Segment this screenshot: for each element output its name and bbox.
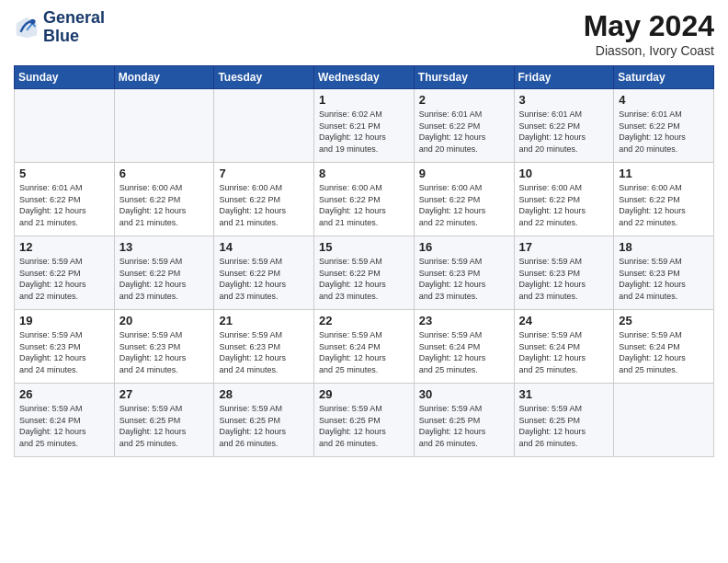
day-info: Sunrise: 5:59 AM Sunset: 6:23 PM Dayligh… <box>419 256 509 302</box>
week-row-1: 1Sunrise: 6:02 AM Sunset: 6:21 PM Daylig… <box>15 89 714 163</box>
day-number: 10 <box>519 167 609 180</box>
calendar-cell <box>614 384 714 457</box>
calendar-cell: 2Sunrise: 6:01 AM Sunset: 6:22 PM Daylig… <box>414 89 514 163</box>
calendar-cell: 28Sunrise: 5:59 AM Sunset: 6:25 PM Dayli… <box>214 384 314 457</box>
calendar-cell: 18Sunrise: 5:59 AM Sunset: 6:23 PM Dayli… <box>614 236 714 310</box>
day-header-wednesday: Wednesday <box>314 66 415 89</box>
calendar-subtitle: Diasson, Ivory Coast <box>584 43 714 58</box>
day-info: Sunrise: 5:59 AM Sunset: 6:24 PM Dayligh… <box>319 329 409 375</box>
day-header-thursday: Thursday <box>414 66 514 89</box>
day-header-sunday: Sunday <box>15 66 115 89</box>
week-row-2: 5Sunrise: 6:01 AM Sunset: 6:22 PM Daylig… <box>15 163 714 236</box>
day-info: Sunrise: 5:59 AM Sunset: 6:25 PM Dayligh… <box>219 403 309 449</box>
calendar-cell: 6Sunrise: 6:00 AM Sunset: 6:22 PM Daylig… <box>114 163 214 236</box>
svg-point-1 <box>30 18 36 24</box>
day-info: Sunrise: 5:59 AM Sunset: 6:24 PM Dayligh… <box>519 329 609 375</box>
day-number: 8 <box>319 167 409 180</box>
calendar-cell: 11Sunrise: 6:00 AM Sunset: 6:22 PM Dayli… <box>614 163 714 236</box>
days-header-row: SundayMondayTuesdayWednesdayThursdayFrid… <box>15 66 714 89</box>
day-info: Sunrise: 5:59 AM Sunset: 6:22 PM Dayligh… <box>119 256 210 302</box>
day-number: 3 <box>519 93 609 107</box>
day-info: Sunrise: 5:59 AM Sunset: 6:25 PM Dayligh… <box>419 403 509 449</box>
calendar-cell: 3Sunrise: 6:01 AM Sunset: 6:22 PM Daylig… <box>514 89 614 163</box>
calendar-cell: 9Sunrise: 6:00 AM Sunset: 6:22 PM Daylig… <box>414 163 514 236</box>
calendar-title: May 2024 <box>584 9 714 43</box>
day-info: Sunrise: 6:01 AM Sunset: 6:22 PM Dayligh… <box>19 182 109 228</box>
day-number: 15 <box>319 240 409 254</box>
calendar-cell: 5Sunrise: 6:01 AM Sunset: 6:22 PM Daylig… <box>15 163 115 236</box>
day-info: Sunrise: 6:00 AM Sunset: 6:22 PM Dayligh… <box>219 182 309 228</box>
title-block: May 2024 Diasson, Ivory Coast <box>584 9 714 58</box>
day-info: Sunrise: 6:01 AM Sunset: 6:22 PM Dayligh… <box>519 109 609 155</box>
calendar-cell: 21Sunrise: 5:59 AM Sunset: 6:23 PM Dayli… <box>214 310 314 384</box>
calendar-cell: 31Sunrise: 5:59 AM Sunset: 6:25 PM Dayli… <box>514 384 614 457</box>
logo-line1: General <box>43 9 105 28</box>
calendar-cell <box>114 89 214 163</box>
day-info: Sunrise: 6:01 AM Sunset: 6:22 PM Dayligh… <box>619 109 709 155</box>
day-number: 12 <box>19 240 109 254</box>
day-info: Sunrise: 6:00 AM Sunset: 6:22 PM Dayligh… <box>119 182 210 228</box>
calendar-cell <box>15 89 115 163</box>
day-number: 31 <box>519 387 609 401</box>
day-info: Sunrise: 5:59 AM Sunset: 6:23 PM Dayligh… <box>219 329 309 375</box>
day-number: 24 <box>519 314 609 327</box>
day-info: Sunrise: 5:59 AM Sunset: 6:25 PM Dayligh… <box>519 403 609 449</box>
day-number: 7 <box>219 167 309 180</box>
calendar-cell: 22Sunrise: 5:59 AM Sunset: 6:24 PM Dayli… <box>314 310 415 384</box>
day-number: 26 <box>19 387 109 401</box>
week-row-4: 19Sunrise: 5:59 AM Sunset: 6:23 PM Dayli… <box>15 310 714 384</box>
day-number: 29 <box>319 387 409 401</box>
day-info: Sunrise: 5:59 AM Sunset: 6:23 PM Dayligh… <box>19 329 109 375</box>
day-info: Sunrise: 5:59 AM Sunset: 6:22 PM Dayligh… <box>19 256 109 302</box>
calendar-cell: 16Sunrise: 5:59 AM Sunset: 6:23 PM Dayli… <box>414 236 514 310</box>
day-number: 2 <box>419 93 509 107</box>
calendar-cell: 15Sunrise: 5:59 AM Sunset: 6:22 PM Dayli… <box>314 236 415 310</box>
calendar-cell: 12Sunrise: 5:59 AM Sunset: 6:22 PM Dayli… <box>15 236 115 310</box>
page: General Blue May 2024 Diasson, Ivory Coa… <box>0 0 728 466</box>
calendar-cell: 30Sunrise: 5:59 AM Sunset: 6:25 PM Dayli… <box>414 384 514 457</box>
calendar-cell: 23Sunrise: 5:59 AM Sunset: 6:24 PM Dayli… <box>414 310 514 384</box>
day-header-monday: Monday <box>114 66 214 89</box>
calendar-cell: 8Sunrise: 6:00 AM Sunset: 6:22 PM Daylig… <box>314 163 415 236</box>
day-number: 14 <box>219 240 309 254</box>
calendar-cell: 26Sunrise: 5:59 AM Sunset: 6:24 PM Dayli… <box>15 384 115 457</box>
day-info: Sunrise: 6:01 AM Sunset: 6:22 PM Dayligh… <box>419 109 509 155</box>
day-info: Sunrise: 5:59 AM Sunset: 6:24 PM Dayligh… <box>419 329 509 375</box>
day-info: Sunrise: 6:00 AM Sunset: 6:22 PM Dayligh… <box>619 182 709 228</box>
calendar-cell: 7Sunrise: 6:00 AM Sunset: 6:22 PM Daylig… <box>214 163 314 236</box>
day-number: 1 <box>319 93 409 107</box>
day-header-saturday: Saturday <box>614 66 714 89</box>
day-number: 11 <box>619 167 709 180</box>
calendar-cell: 24Sunrise: 5:59 AM Sunset: 6:24 PM Dayli… <box>514 310 614 384</box>
calendar-cell: 29Sunrise: 5:59 AM Sunset: 6:25 PM Dayli… <box>314 384 415 457</box>
day-number: 23 <box>419 314 509 327</box>
day-info: Sunrise: 5:59 AM Sunset: 6:25 PM Dayligh… <box>119 403 210 449</box>
day-number: 30 <box>419 387 509 401</box>
day-info: Sunrise: 6:02 AM Sunset: 6:21 PM Dayligh… <box>319 109 409 155</box>
day-info: Sunrise: 5:59 AM Sunset: 6:24 PM Dayligh… <box>619 329 709 375</box>
day-info: Sunrise: 6:00 AM Sunset: 6:22 PM Dayligh… <box>419 182 509 228</box>
calendar-table: SundayMondayTuesdayWednesdayThursdayFrid… <box>14 65 714 457</box>
day-info: Sunrise: 5:59 AM Sunset: 6:23 PM Dayligh… <box>119 329 210 375</box>
day-info: Sunrise: 5:59 AM Sunset: 6:23 PM Dayligh… <box>619 256 709 302</box>
logo: General Blue <box>14 9 105 46</box>
calendar-cell: 17Sunrise: 5:59 AM Sunset: 6:23 PM Dayli… <box>514 236 614 310</box>
calendar-cell: 1Sunrise: 6:02 AM Sunset: 6:21 PM Daylig… <box>314 89 415 163</box>
day-number: 21 <box>219 314 309 327</box>
day-info: Sunrise: 5:59 AM Sunset: 6:25 PM Dayligh… <box>319 403 409 449</box>
calendar-cell: 4Sunrise: 6:01 AM Sunset: 6:22 PM Daylig… <box>614 89 714 163</box>
day-info: Sunrise: 6:00 AM Sunset: 6:22 PM Dayligh… <box>519 182 609 228</box>
day-info: Sunrise: 5:59 AM Sunset: 6:22 PM Dayligh… <box>319 256 409 302</box>
day-number: 16 <box>419 240 509 254</box>
day-number: 5 <box>19 167 109 180</box>
day-number: 17 <box>519 240 609 254</box>
day-info: Sunrise: 6:00 AM Sunset: 6:22 PM Dayligh… <box>319 182 409 228</box>
day-number: 6 <box>119 167 210 180</box>
day-header-tuesday: Tuesday <box>214 66 314 89</box>
week-row-3: 12Sunrise: 5:59 AM Sunset: 6:22 PM Dayli… <box>15 236 714 310</box>
logo-line2: Blue <box>43 28 105 46</box>
calendar-cell: 27Sunrise: 5:59 AM Sunset: 6:25 PM Dayli… <box>114 384 214 457</box>
calendar-cell: 10Sunrise: 6:00 AM Sunset: 6:22 PM Dayli… <box>514 163 614 236</box>
calendar-cell: 19Sunrise: 5:59 AM Sunset: 6:23 PM Dayli… <box>15 310 115 384</box>
day-number: 13 <box>119 240 210 254</box>
